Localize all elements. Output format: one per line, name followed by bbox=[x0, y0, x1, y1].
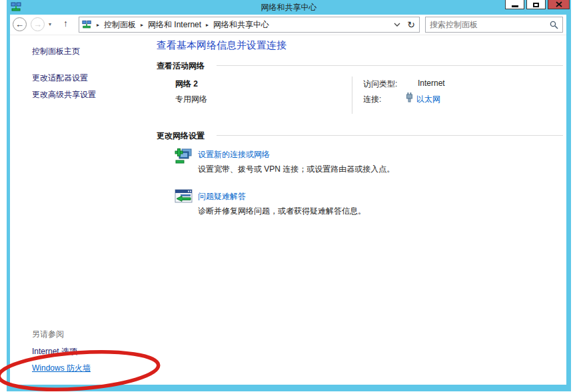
section-change-network-settings: 更改网络设置 bbox=[157, 130, 205, 142]
forward-icon: → bbox=[33, 20, 42, 29]
title-bar[interactable]: 网络和共享中心 bbox=[7, 0, 571, 15]
sidebar-item-change-adapter-settings[interactable]: 更改适配器设置 bbox=[32, 73, 88, 84]
screen: 网络和共享中心 ← → ▾ ↑ bbox=[0, 0, 573, 392]
breadcrumb-network-sharing-center[interactable]: 网络和共享中心 bbox=[213, 19, 269, 31]
chevron-down-icon: ▾ bbox=[49, 21, 51, 27]
ethernet-plug-icon bbox=[406, 93, 413, 104]
troubleshoot-icon bbox=[175, 189, 193, 207]
network-name: 网络 2 bbox=[175, 79, 198, 90]
network-column-divider bbox=[352, 77, 352, 114]
setup-new-connection-link[interactable]: 设置新的连接或网络 bbox=[198, 149, 270, 160]
recent-pages-button[interactable]: ▾ bbox=[49, 21, 51, 27]
sidebar-item-internet-options[interactable]: Internet 选项 bbox=[32, 346, 77, 357]
breadcrumb-separator-icon: ▸ bbox=[206, 22, 209, 28]
breadcrumb-separator-icon: ▸ bbox=[141, 22, 143, 28]
troubleshoot-problems-link[interactable]: 问题疑难解答 bbox=[198, 191, 246, 202]
network-sharing-center-window: 网络和共享中心 ← → ▾ ↑ bbox=[7, 0, 571, 391]
sidebar-item-change-advanced-sharing[interactable]: 更改高级共享设置 bbox=[32, 89, 96, 100]
close-icon bbox=[556, 1, 562, 7]
maximize-button[interactable] bbox=[526, 0, 546, 9]
see-also-header: 另请参阅 bbox=[32, 329, 64, 340]
access-type-value: Internet bbox=[418, 79, 445, 88]
access-type-label: 访问类型: bbox=[363, 79, 397, 90]
new-connection-icon bbox=[175, 146, 193, 167]
section-view-active-networks: 查看活动网络 bbox=[157, 61, 205, 72]
content-area: 控制面板主页 更改适配器设置 更改高级共享设置 查看基本网络信息并设置连接 查看… bbox=[10, 35, 566, 385]
window-title: 网络和共享中心 bbox=[7, 2, 571, 13]
search-box[interactable] bbox=[425, 17, 563, 33]
address-dropdown-icon[interactable] bbox=[394, 23, 400, 27]
back-button[interactable]: ← bbox=[13, 17, 27, 31]
window-body: ← → ▾ ↑ ▸ 控制面板 ▸ 网 bbox=[7, 15, 571, 391]
close-button[interactable] bbox=[548, 0, 570, 9]
navigation-toolbar: ← → ▾ ↑ ▸ 控制面板 ▸ 网 bbox=[10, 15, 566, 35]
section-divider bbox=[217, 135, 563, 136]
address-bar[interactable]: ▸ 控制面板 ▸ 网络和 Internet ▸ 网络和共享中心 ↻ bbox=[79, 17, 420, 33]
search-input[interactable] bbox=[430, 20, 550, 29]
breadcrumb-separator-icon: ▸ bbox=[97, 22, 99, 28]
page-title: 查看基本网络信息并设置连接 bbox=[157, 39, 286, 52]
up-arrow-icon: ↑ bbox=[63, 18, 68, 29]
refresh-icon: ↻ bbox=[407, 19, 415, 30]
back-icon: ← bbox=[15, 20, 24, 29]
forward-button[interactable]: → bbox=[31, 17, 45, 31]
troubleshoot-desc: 诊断并修复网络问题，或者获得疑难解答信息。 bbox=[198, 206, 366, 217]
network-kind: 专用网络 bbox=[175, 94, 207, 105]
minimize-icon bbox=[512, 5, 518, 7]
ethernet-link[interactable]: 以太网 bbox=[416, 94, 440, 105]
maximize-icon bbox=[533, 3, 539, 7]
address-bar-buttons: ↻ bbox=[394, 20, 416, 29]
breadcrumb-control-panel[interactable]: 控制面板 bbox=[104, 19, 136, 31]
network-share-icon bbox=[82, 20, 92, 29]
sidebar-item-windows-firewall[interactable]: Windows 防火墙 bbox=[32, 363, 91, 374]
search-icon[interactable] bbox=[550, 21, 558, 29]
breadcrumb-network-internet[interactable]: 网络和 Internet bbox=[148, 19, 201, 31]
up-button[interactable]: ↑ bbox=[63, 18, 68, 29]
window-controls bbox=[505, 0, 570, 9]
minimize-button[interactable] bbox=[505, 0, 524, 9]
refresh-button[interactable]: ↻ bbox=[407, 20, 415, 29]
setup-new-connection-desc: 设置宽带、拨号或 VPN 连接；或设置路由器或接入点。 bbox=[198, 164, 394, 175]
section-divider bbox=[217, 65, 563, 66]
sidebar-item-control-panel-home[interactable]: 控制面板主页 bbox=[32, 46, 80, 57]
connections-label: 连接: bbox=[363, 94, 381, 105]
